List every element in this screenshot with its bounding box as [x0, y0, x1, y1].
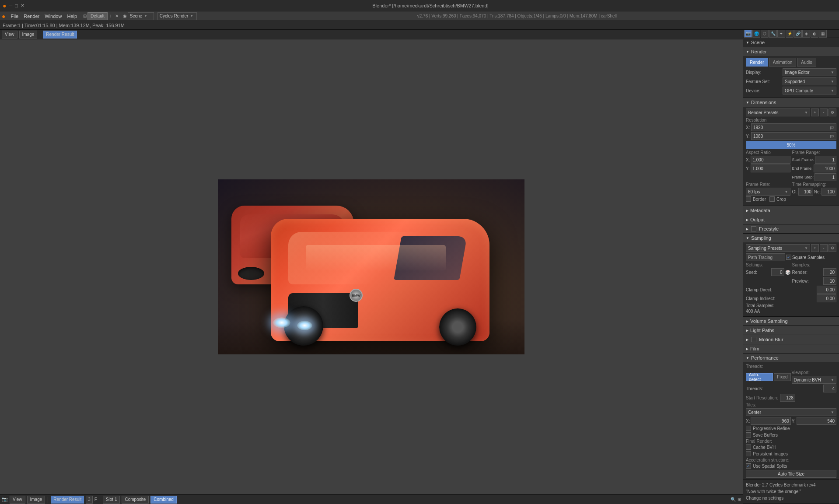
threads-val-input[interactable]: 4: [823, 385, 836, 392]
light-paths-header[interactable]: ▶ Light Paths: [743, 326, 839, 335]
sampling-header[interactable]: ▼ Sampling: [743, 234, 839, 242]
frame-range-header: Frame Range:: [792, 150, 837, 155]
res-x-input[interactable]: 1920 px: [751, 123, 836, 131]
frame-step-input[interactable]: 1: [815, 173, 836, 181]
cache-bvh-checkbox[interactable]: [746, 444, 751, 450]
composite-btn[interactable]: Composite: [122, 496, 149, 504]
menu-window[interactable]: Window: [42, 13, 64, 20]
film-header[interactable]: ▶ Film: [743, 344, 839, 353]
ne-input[interactable]: 100: [822, 188, 836, 196]
end-frame-input[interactable]: 1000: [814, 164, 836, 172]
volume-sampling-header[interactable]: ▶ Volume Sampling: [743, 317, 839, 326]
aspect-y-input[interactable]: 1.000: [751, 164, 790, 172]
performance-header[interactable]: ▼ Performance: [743, 354, 839, 362]
camera-panel-icon[interactable]: 📷: [744, 30, 752, 38]
minimize-btn[interactable]: ─: [9, 3, 12, 8]
tab-render[interactable]: Render: [746, 58, 768, 66]
viewport-dropdown[interactable]: Dynamic BVH ▼: [792, 376, 837, 384]
render-result-bottom[interactable]: Render Result: [51, 496, 84, 504]
menu-help[interactable]: Help: [64, 13, 80, 20]
aspect-x-input[interactable]: 1.000: [751, 156, 790, 164]
res-y-input[interactable]: 1080 px: [751, 132, 836, 140]
preview-samples-input[interactable]: 10: [823, 277, 836, 285]
ol-input[interactable]: 100: [798, 188, 813, 196]
freestyle-checkbox[interactable]: [751, 226, 756, 231]
slot-dropdown[interactable]: Slot 1: [103, 496, 120, 504]
engine-dropdown[interactable]: Cycles Render ▼: [157, 12, 197, 20]
menu-file[interactable]: File: [8, 13, 21, 20]
percent-bar[interactable]: 50%: [746, 141, 836, 149]
spatial-splits-checkbox[interactable]: [746, 463, 751, 469]
scene-dropdown[interactable]: Scene ▼: [128, 12, 154, 20]
render-presets-remove[interactable]: -: [820, 108, 828, 116]
auto-tile-size-btn[interactable]: Auto Tile Size: [746, 470, 836, 478]
tiles-center-dropdown[interactable]: Center ▼: [746, 408, 836, 416]
render-presets-dropdown[interactable]: Render Presets ▼: [746, 108, 810, 116]
start-frame-input[interactable]: 1: [815, 156, 836, 164]
material-icon[interactable]: ◐: [811, 30, 818, 38]
tiles-y-input[interactable]: 540: [797, 417, 836, 425]
physics-icon[interactable]: ⚡: [786, 30, 794, 38]
menu-render[interactable]: Render: [21, 13, 42, 20]
render-presets-add[interactable]: +: [811, 108, 819, 116]
sampling-remove[interactable]: -: [820, 244, 828, 252]
constraint-icon[interactable]: 🔗: [794, 30, 802, 38]
persistent-images-checkbox[interactable]: [746, 451, 751, 456]
separator: [40, 32, 40, 38]
auto-detect-btn[interactable]: Auto-detect: [746, 373, 773, 381]
data-icon[interactable]: ◈: [802, 30, 810, 38]
sampling-settings[interactable]: ⚙: [829, 244, 836, 252]
tab-audio[interactable]: Audio: [797, 58, 816, 66]
zoom-icon[interactable]: 🔍: [731, 497, 736, 502]
crop-checkbox[interactable]: [769, 196, 775, 202]
seed-rand-icon[interactable]: 🎲: [785, 270, 790, 275]
dimensions-header[interactable]: ▼ Dimensions: [743, 98, 839, 107]
workspace-close[interactable]: ✕: [114, 14, 119, 18]
fixed-btn[interactable]: Fixed: [774, 373, 790, 381]
image-bottom-btn[interactable]: Image: [27, 496, 45, 504]
combined-btn[interactable]: Combined: [150, 496, 177, 504]
workspace-add[interactable]: +: [108, 13, 113, 19]
image-menu[interactable]: Image: [19, 31, 38, 38]
render-samples-input[interactable]: 20: [823, 268, 836, 276]
device-dropdown[interactable]: GPU Compute ▼: [783, 87, 836, 94]
save-buffers-checkbox[interactable]: [746, 432, 751, 438]
render-result-label[interactable]: Render Result: [43, 31, 77, 38]
square-samples-checkbox[interactable]: [786, 255, 791, 260]
clamp-direct-input[interactable]: 0.00: [817, 286, 836, 294]
motion-blur-checkbox[interactable]: [751, 337, 756, 342]
feature-set-dropdown[interactable]: Supported ▼: [783, 77, 836, 85]
world-icon[interactable]: 🌐: [752, 30, 760, 38]
clamp-indirect-input[interactable]: 0.00: [817, 294, 836, 302]
render-presets-settings[interactable]: ⚙: [829, 108, 836, 116]
workspace-dropdown[interactable]: Default: [87, 12, 108, 20]
metadata-header[interactable]: ▶ Metadata: [743, 206, 839, 215]
modifier-icon[interactable]: 🔧: [769, 30, 777, 38]
particle-icon[interactable]: ✦: [777, 30, 785, 38]
start-res-input[interactable]: 128: [780, 394, 795, 402]
method-dropdown[interactable]: Path Tracing: [746, 253, 785, 261]
progressive-refine-checkbox[interactable]: [746, 426, 751, 431]
motion-blur-header[interactable]: ▶ Motion Blur: [743, 335, 839, 344]
output-header[interactable]: ▶ Output: [743, 215, 839, 224]
output-triangle: ▶: [746, 218, 748, 222]
view-bottom-btn[interactable]: View: [10, 496, 25, 504]
tiles-x-input[interactable]: 960: [751, 417, 790, 425]
texture-icon[interactable]: ▦: [819, 30, 827, 38]
tab-animation[interactable]: Animation: [769, 58, 796, 66]
grid-icon[interactable]: ⊞: [738, 497, 741, 502]
maximize-btn[interactable]: □: [15, 3, 18, 8]
bmw-logo: BMW: [350, 289, 363, 302]
seed-input[interactable]: 0: [771, 268, 784, 276]
border-checkbox[interactable]: [746, 196, 751, 202]
close-btn[interactable]: ✕: [21, 3, 24, 8]
freestyle-header[interactable]: ▶ Freestyle: [743, 224, 839, 233]
object-icon[interactable]: ⬡: [761, 30, 769, 38]
light-paths-section: ▶ Light Paths: [743, 326, 839, 335]
view-menu[interactable]: View: [2, 31, 17, 38]
display-dropdown[interactable]: Image Editor ▼: [783, 68, 836, 76]
sampling-add[interactable]: +: [811, 244, 819, 252]
framerate-dropdown[interactable]: 60 fps ▼: [746, 188, 790, 196]
sampling-presets-dropdown[interactable]: Sampling Presets ▼: [746, 244, 810, 252]
preview-samples-label: Preview:: [792, 279, 823, 284]
